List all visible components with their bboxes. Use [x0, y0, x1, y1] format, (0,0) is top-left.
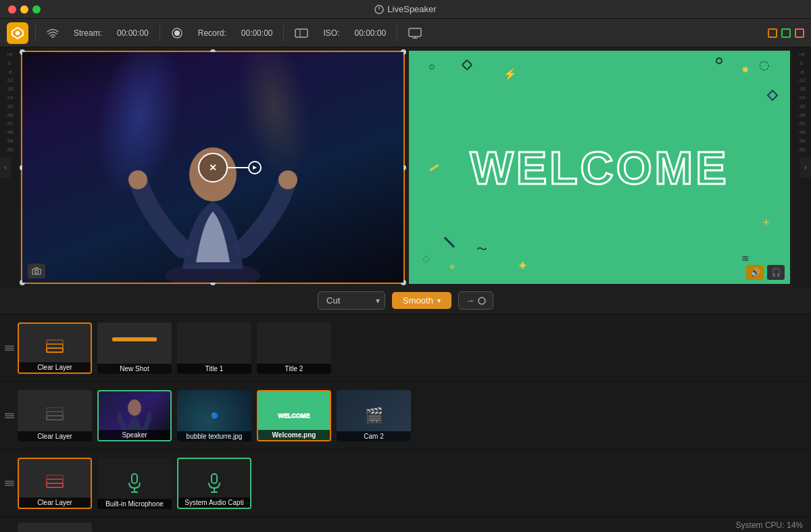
- svg-rect-29: [47, 475, 63, 479]
- circle-icon: [478, 297, 486, 305]
- scene-thumb-title-1[interactable]: Title 1: [177, 322, 251, 374]
- scene-thumb-builtin-mic[interactable]: Built-in Microphone: [97, 458, 172, 509]
- layers-icon-3: [45, 475, 64, 492]
- layers-icon-2: [45, 407, 64, 425]
- left-collapse-btn[interactable]: ‹: [0, 158, 11, 178]
- arrow-icon: →: [466, 295, 474, 306]
- cut-select[interactable]: Cut Dissolve Fade: [318, 291, 385, 310]
- svg-point-14: [128, 170, 147, 189]
- svg-point-19: [478, 297, 485, 304]
- stream-time: 00:00:00: [113, 27, 153, 39]
- scenes-area: Clear Layer New Shot Title 1 Title 2: [0, 314, 811, 532]
- svg-point-18: [35, 270, 39, 274]
- preview-panels: ✕: [19, 47, 792, 287]
- scene-thumb-bubble[interactable]: 🔵 bubble texturre.jpg: [177, 390, 251, 441]
- svg-point-3: [16, 31, 20, 35]
- svg-point-6: [174, 30, 180, 36]
- row-3-handle[interactable]: [7, 481, 12, 486]
- scene-thumb-speaker[interactable]: Speaker: [97, 390, 172, 441]
- iso-time: 00:00:00: [351, 27, 391, 39]
- preview-panel-right[interactable]: ⚡ ✸ ◌ ◇ ⊕ 〜 ✦ + ≋ WELCOME: [409, 51, 790, 284]
- svg-rect-7: [295, 29, 308, 37]
- smooth-button[interactable]: Smooth: [392, 292, 451, 309]
- transition-button[interactable]: →: [458, 291, 493, 310]
- svg-rect-22: [47, 340, 63, 344]
- svg-rect-9: [409, 28, 421, 37]
- cpu-label: System CPU:: [736, 521, 785, 530]
- mic-icon: [128, 473, 141, 493]
- scene-thumb-system-audio[interactable]: System Audio Capti: [177, 458, 251, 509]
- stream-label: Stream:: [70, 27, 106, 39]
- window-btn-3[interactable]: [795, 28, 804, 38]
- window-btn-1[interactable]: [768, 28, 777, 38]
- scene-thumb-new-shot[interactable]: New Shot: [97, 322, 172, 374]
- scene-thumb-clear-layer-1[interactable]: Clear Layer: [18, 322, 92, 374]
- welcome-label: Welcome.png: [258, 430, 330, 440]
- layers-icon: [45, 339, 65, 358]
- scene-row-3: Clear Layer Built-in Microphone System A…: [0, 450, 811, 517]
- app-title: LiveSpeaker: [374, 4, 436, 14]
- svg-point-15: [278, 170, 297, 189]
- app-logo[interactable]: [7, 22, 28, 44]
- clear-layer-3-label: Clear Layer: [19, 498, 91, 508]
- svg-rect-30: [132, 474, 137, 483]
- scene-thumb-clear-layer-3[interactable]: Clear Layer: [18, 458, 92, 509]
- svg-marker-16: [253, 166, 257, 170]
- preview-panel-left[interactable]: ✕: [21, 51, 405, 284]
- window-btn-2[interactable]: [781, 28, 791, 38]
- scene-row-4: [0, 517, 811, 532]
- row-1-handle[interactable]: [7, 345, 12, 351]
- row-2-handle[interactable]: [7, 413, 12, 418]
- scene-row-1: Clear Layer New Shot Title 1 Title 2: [0, 314, 811, 382]
- close-dot[interactable]: [8, 5, 16, 14]
- preview-controls-bar: Cut Dissolve Fade Smooth →: [0, 287, 811, 314]
- svg-rect-25: [47, 408, 63, 412]
- scene-thumb-cam2[interactable]: 🎬 Cam 2: [337, 390, 411, 441]
- wifi-icon: [43, 27, 63, 39]
- left-vu-meter: ‹ +6 0 -6 -12 -18 -24 -30 -36 -42 -48 -5…: [0, 47, 19, 287]
- scene-thumb-clear-layer-2[interactable]: Clear Layer: [18, 390, 92, 441]
- right-collapse-btn[interactable]: ›: [800, 158, 811, 178]
- status-bar: System CPU: 14%: [728, 518, 811, 532]
- scene-thumb-welcome[interactable]: WELCOME Welcome.png: [257, 390, 331, 441]
- scene-thumb-title-2[interactable]: Title 2: [257, 322, 331, 374]
- cut-select-wrapper[interactable]: Cut Dissolve Fade: [318, 291, 385, 310]
- preview-section: ‹ +6 0 -6 -12 -18 -24 -30 -36 -42 -48 -5…: [0, 47, 811, 287]
- cpu-value: 14%: [787, 521, 803, 530]
- maximize-dot[interactable]: [32, 5, 41, 14]
- speaker-icon-btn[interactable]: 🔊: [746, 265, 764, 280]
- new-shot-label: New Shot: [97, 364, 172, 374]
- record-time: 00:00:00: [237, 27, 277, 39]
- mic-icon-2: [207, 473, 221, 493]
- cam2-label: Cam 2: [337, 431, 411, 441]
- headphone-icon-btn[interactable]: 🎧: [767, 265, 785, 280]
- speaker-label: Speaker: [99, 430, 170, 440]
- iso-icon: [291, 26, 312, 40]
- title-1-label: Title 1: [177, 364, 251, 374]
- bubble-label: bubble texturre.jpg: [177, 431, 251, 441]
- monitor-icon[interactable]: [404, 26, 426, 40]
- clear-layer-1-label: Clear Layer: [19, 362, 91, 372]
- panel-left-controls: [28, 264, 45, 279]
- title-2-label: Title 2: [257, 364, 331, 374]
- toolbar: Stream: 00:00:00 Record: 00:00:00 ISO: 0…: [0, 19, 811, 47]
- iso-label: ISO:: [319, 27, 343, 39]
- scene-row-2: Clear Layer Speaker 🔵 bubble texturre.jp…: [0, 382, 811, 450]
- system-audio-label: System Audio Capti: [178, 498, 250, 508]
- record-icon: [167, 26, 187, 41]
- snapshot-btn[interactable]: [28, 264, 45, 279]
- svg-rect-33: [212, 474, 217, 483]
- scene-thumb-clear-layer-4[interactable]: [18, 523, 92, 532]
- record-label: Record:: [194, 27, 230, 39]
- builtin-mic-label: Built-in Microphone: [97, 499, 172, 509]
- titlebar: LiveSpeaker: [0, 0, 811, 19]
- clear-layer-2-label: Clear Layer: [18, 431, 92, 441]
- window-controls: [8, 5, 41, 14]
- svg-point-4: [52, 36, 54, 38]
- right-vu-meter: › +6 0 -6 -12 -18 -24 -30 -36 -42 -48 -5…: [792, 47, 811, 287]
- minimize-dot[interactable]: [20, 5, 28, 14]
- panel-right-controls: 🔊 🎧: [746, 265, 785, 280]
- window-buttons: [768, 28, 804, 38]
- svg-point-26: [128, 400, 141, 416]
